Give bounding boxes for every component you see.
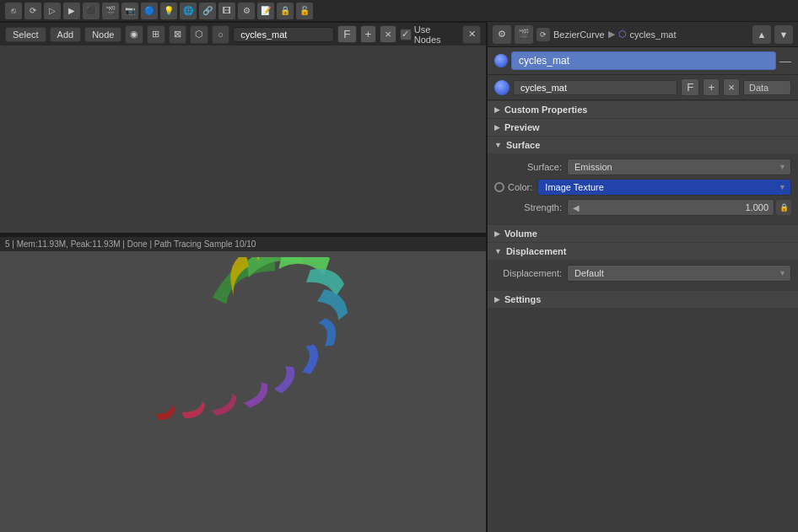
use-nodes-checkbox[interactable]: ✓ <box>400 29 412 40</box>
displacement-triangle: ▼ <box>494 247 502 255</box>
breadcrumb-mat: cycles_mat <box>630 30 677 40</box>
breadcrumb-mat-icon: ⬡ <box>618 29 627 40</box>
node-btn[interactable]: Node <box>84 27 121 42</box>
toolbar-icon-anim[interactable]: 🎞 <box>218 3 235 19</box>
add-btn[interactable]: Add <box>50 27 82 42</box>
breadcrumb-arrow: ▶ <box>608 29 615 40</box>
ne-icon-grid[interactable]: ⊠ <box>169 25 187 44</box>
ne-x-btn[interactable]: × <box>380 25 396 43</box>
toolbar-icon-link[interactable]: 🔗 <box>199 3 216 19</box>
preview-triangle: ▶ <box>494 123 500 132</box>
strength-lock-btn[interactable]: 🔒 <box>776 200 791 215</box>
surface-body: Surface: Emission Diffuse BSDF ▼ Color: <box>488 153 798 224</box>
toolbar-icon-render[interactable]: 🎬 <box>102 3 119 19</box>
props-scroll-down[interactable]: ▼ <box>774 25 793 44</box>
ne-plus-btn[interactable]: + <box>360 25 377 43</box>
toolbar-icon-5[interactable]: ⬛ <box>83 3 100 19</box>
node-editor-area: Image Texture Color Alpha <box>0 22 486 233</box>
strength-slider[interactable]: ◀ 1.000 <box>567 199 774 216</box>
color-label-with-dot: Color: <box>494 182 532 192</box>
surface-select[interactable]: Emission Diffuse BSDF <box>567 159 791 175</box>
bezier-curve-render <box>125 257 361 527</box>
displacement-body: Displacement: Default Bump Only Displace… <box>488 260 798 290</box>
surface-header[interactable]: ▼ Surface <box>488 136 798 153</box>
surface-prop-label: Surface: <box>494 162 562 172</box>
material-id-field[interactable] <box>513 80 677 95</box>
settings-title: Settings <box>504 294 541 304</box>
material-plus-btn[interactable]: + <box>703 78 720 96</box>
toolbar-icon-4[interactable]: ▶ <box>63 3 80 19</box>
settings-triangle: ▶ <box>494 295 500 304</box>
toolbar-icon-1[interactable]: ⎋ <box>5 3 22 19</box>
toolbar-icon-mat[interactable]: 🔵 <box>141 3 158 19</box>
color-select[interactable]: Image Texture None <box>537 179 791 196</box>
toolbar-icon-extra2[interactable]: 🔓 <box>296 3 313 19</box>
color-select-wrap: Image Texture None ▼ <box>537 179 791 196</box>
viewport-3d[interactable] <box>0 251 486 532</box>
viewport-content <box>0 251 486 532</box>
material-x-btn[interactable]: × <box>723 78 740 96</box>
ne-f-btn[interactable]: F <box>337 25 356 43</box>
breadcrumb: ⟳ BezierCurve ▶ ⬡ cycles_mat <box>536 28 749 41</box>
left-panel: Image Texture Color Alpha <box>0 22 486 532</box>
displacement-select-wrap: Default Bump Only Displacement Only ▼ <box>567 265 791 282</box>
toolbar-icon-3[interactable]: ▷ <box>44 3 61 19</box>
surface-prop-row: Surface: Emission Diffuse BSDF ▼ <box>494 159 791 175</box>
properties-panel: ⚙ 🎬 ⟳ BezierCurve ▶ ⬡ cycles_mat ▲ ▼ — F… <box>486 22 798 532</box>
surface-select-wrap: Emission Diffuse BSDF ▼ <box>567 159 791 175</box>
surface-triangle: ▼ <box>494 141 502 149</box>
material-f-btn[interactable]: F <box>681 78 699 96</box>
color-input-dot[interactable] <box>494 182 504 192</box>
custom-properties-header[interactable]: ▶ Custom Properties <box>488 100 798 118</box>
toolbar-icon-world[interactable]: 🌐 <box>180 3 197 19</box>
select-btn[interactable]: Select <box>5 27 46 42</box>
status-bar: 5 | Mem:11.93M, Peak:11.93M | Done | Pat… <box>0 236 486 251</box>
use-nodes-label[interactable]: ✓ Use Nodes <box>400 24 459 45</box>
displacement-select[interactable]: Default Bump Only Displacement Only <box>567 265 791 282</box>
volume-triangle: ▶ <box>494 229 500 238</box>
ne-icon-sphere[interactable]: ◉ <box>125 25 143 44</box>
ne-icon-nodes[interactable]: ⊞ <box>147 25 165 44</box>
strength-prop-row: Strength: ◀ 1.000 🔒 <box>494 199 791 216</box>
volume-header[interactable]: ▶ Volume <box>488 224 798 242</box>
displacement-prop-row: Displacement: Default Bump Only Displace… <box>494 265 791 282</box>
toolbar-icon-cam[interactable]: 📷 <box>121 3 138 19</box>
mat-name-bar: — <box>488 47 798 75</box>
ne-icon-circle[interactable]: ○ <box>212 25 230 44</box>
custom-props-title: Custom Properties <box>504 105 587 115</box>
mat-menu-dots[interactable]: — <box>779 54 791 67</box>
props-scroll-up[interactable]: ▲ <box>752 25 771 44</box>
props-icon-engine[interactable]: ⚙ <box>493 25 511 44</box>
ne-material-name[interactable] <box>233 27 334 42</box>
toolbar-icon-settings[interactable]: ⚙ <box>238 3 255 19</box>
strength-left-arrow[interactable]: ◀ <box>573 203 580 212</box>
props-icon-small[interactable]: ⟳ <box>536 28 550 41</box>
breadcrumb-bezier: BezierCurve <box>553 30 605 40</box>
props-icon-scene[interactable]: 🎬 <box>515 25 533 44</box>
displacement-header[interactable]: ▼ Displacement <box>488 242 798 260</box>
material-icon <box>494 54 508 67</box>
custom-props-triangle: ▶ <box>494 105 500 114</box>
top-toolbar: ⎋ ⟳ ▷ ▶ ⬛ 🎬 📷 🔵 💡 🌐 🔗 🎞 ⚙ 📝 🔒 🔓 <box>0 0 798 22</box>
main-layout: Image Texture Color Alpha <box>0 22 798 532</box>
ne-right-spacer: ✕ <box>462 25 481 44</box>
ne-close-icon[interactable]: ✕ <box>462 25 481 44</box>
toolbar-icon-2[interactable]: ⟳ <box>24 3 41 19</box>
volume-title: Volume <box>504 228 537 239</box>
render-engine-wrap: Data Cycles EEVEE <box>743 80 791 95</box>
material-name-input[interactable] <box>511 51 776 70</box>
surface-title: Surface <box>506 140 540 150</box>
render-engine-select[interactable]: Data Cycles EEVEE <box>743 80 791 95</box>
toolbar-icon-lamp[interactable]: 💡 <box>160 3 177 19</box>
strength-prop-label: Strength: <box>494 202 562 212</box>
preview-header[interactable]: ▶ Preview <box>488 118 798 136</box>
strength-field-wrap: ◀ 1.000 🔒 <box>567 199 791 216</box>
toolbar-icon-script[interactable]: 📝 <box>257 3 274 19</box>
material-sphere-icon <box>494 80 510 95</box>
color-prop-row: Color: Image Texture None ▼ <box>494 179 791 196</box>
displacement-prop-label: Displacement: <box>494 268 562 278</box>
status-text: 5 | Mem:11.93M, Peak:11.93M | Done | Pat… <box>5 239 256 249</box>
ne-icon-mat[interactable]: ⬡ <box>190 25 208 44</box>
toolbar-icon-extra1[interactable]: 🔒 <box>277 3 294 19</box>
settings-header[interactable]: ▶ Settings <box>488 290 798 308</box>
